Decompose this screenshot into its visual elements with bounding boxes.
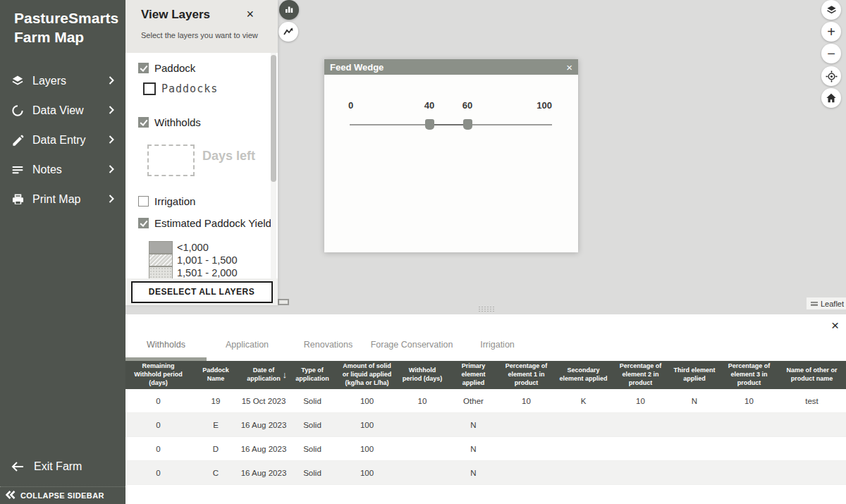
scrollbar-track[interactable] xyxy=(271,53,276,278)
close-icon[interactable]: × xyxy=(246,8,254,20)
table-cell xyxy=(668,461,721,484)
column-header-label: Percentage of element 3 in product xyxy=(725,362,773,387)
table-cell: 0 xyxy=(125,437,191,460)
column-header[interactable]: Paddock Name xyxy=(191,361,240,389)
sidebar-item-layers[interactable]: Layers xyxy=(0,66,125,96)
table-cell xyxy=(613,413,668,436)
layer-item-withholds[interactable]: Withholds xyxy=(138,116,201,128)
column-header[interactable]: Percentage of element 3 in product xyxy=(721,361,778,389)
layer-label: Paddock xyxy=(154,62,195,74)
collapse-sidebar-button[interactable]: COLLAPSE SIDEBAR xyxy=(0,486,125,504)
column-header[interactable]: Withhold period (days) xyxy=(396,361,448,389)
minus-icon: − xyxy=(827,46,835,62)
slider-max-label: 100 xyxy=(532,100,552,111)
sidebar-item-label: Print Map xyxy=(32,193,80,206)
locate-button[interactable] xyxy=(821,66,841,86)
tab-irrigation[interactable]: Irrigation xyxy=(455,333,540,356)
yield-swatch-3 xyxy=(149,266,173,278)
column-header[interactable]: Type of application xyxy=(287,361,338,389)
column-header[interactable]: Third element applied xyxy=(668,361,721,389)
trend-toggle-button[interactable] xyxy=(278,22,298,42)
table-cell: C xyxy=(191,461,240,484)
table-cell: D xyxy=(191,437,240,460)
column-header[interactable]: Date of application↓ xyxy=(240,361,287,389)
layer-label: Withholds xyxy=(154,116,201,128)
printer-icon xyxy=(10,192,25,207)
tab-forage-conservation[interactable]: Forage Conservation xyxy=(369,333,455,356)
paddock-checkbox[interactable] xyxy=(138,63,149,73)
table-cell xyxy=(778,413,846,436)
irrigation-checkbox[interactable] xyxy=(138,196,149,207)
close-icon[interactable]: × xyxy=(831,319,839,332)
column-header-label: Remaining Withhold period (days) xyxy=(130,362,187,387)
column-header-label: Percentage of element 1 in product xyxy=(503,362,550,387)
column-header[interactable]: Percentage of element 2 in product xyxy=(613,361,668,389)
table-row[interactable]: 01915 Oct 2023Solid10010Other10K10N10tes… xyxy=(125,389,846,413)
layer-item-irrigation[interactable]: Irrigation xyxy=(138,195,195,207)
zoom-in-button[interactable]: + xyxy=(821,22,841,42)
column-header[interactable]: Remaining Withhold period (days) xyxy=(125,361,191,389)
yield-range-label: <1,000 xyxy=(177,242,209,253)
layers-icon xyxy=(10,73,25,89)
home-button[interactable] xyxy=(821,88,841,108)
yield-legend-row: 1,001 - 1,500 xyxy=(149,254,237,266)
panel-drag-handle[interactable] xyxy=(478,306,495,312)
notes-icon xyxy=(10,162,25,178)
column-header-label: Type of application xyxy=(291,367,333,383)
sidebar-item-print-map[interactable]: Print Map xyxy=(0,185,125,214)
sidebar-item-data-view[interactable]: Data View xyxy=(0,96,125,125)
table-cell: 100 xyxy=(338,413,396,436)
slider-handle-upper[interactable] xyxy=(463,119,472,130)
tab-renovations[interactable]: Renovations xyxy=(288,333,369,356)
sidebar-item-label: Data Entry xyxy=(32,134,86,147)
table-cell xyxy=(498,461,554,484)
table-cell xyxy=(613,437,668,460)
paddocks-checkbox[interactable] xyxy=(143,82,156,95)
table-cell xyxy=(613,461,668,484)
table-cell: 100 xyxy=(338,437,396,460)
estimated-yield-checkbox[interactable] xyxy=(138,218,149,228)
layer-item-estimated-yield[interactable]: Estimated Paddock Yield xyxy=(138,217,271,229)
sidebar-item-label: Notes xyxy=(32,164,62,176)
slider-handle-lower[interactable] xyxy=(425,119,434,130)
column-header[interactable]: Amount of solid or liquid applied (kg/ha… xyxy=(338,361,396,389)
withholds-checkbox[interactable] xyxy=(138,117,149,128)
column-header[interactable]: Secondary element applied xyxy=(554,361,613,389)
sidebar-item-label: Data View xyxy=(32,104,84,117)
map-layers-button[interactable] xyxy=(821,0,841,20)
chevron-right-icon xyxy=(109,193,114,206)
scrollbar-thumb[interactable] xyxy=(271,55,276,182)
table-cell: Solid xyxy=(287,413,338,436)
exit-farm-label: Exit Farm xyxy=(34,460,82,473)
chart-toggle-button[interactable] xyxy=(279,0,299,20)
feed-wedge-header[interactable]: Feed Wedge × xyxy=(324,59,578,75)
tab-withholds[interactable]: Withholds xyxy=(125,333,207,356)
table-row[interactable]: 0C16 Aug 2023Solid100N xyxy=(125,461,846,485)
arrow-left-icon xyxy=(10,459,25,474)
tab-application[interactable]: Application xyxy=(207,333,288,356)
data-panel-tabs: Withholds Application Renovations Forage… xyxy=(125,333,540,356)
sidebar-item-data-entry[interactable]: Data Entry xyxy=(0,125,125,155)
table-cell: 0 xyxy=(125,413,191,436)
table-cell: N xyxy=(448,461,498,484)
column-header[interactable]: Primary element applied xyxy=(448,361,498,389)
deselect-all-layers-button[interactable]: DESELECT ALL LAYERS xyxy=(131,281,273,303)
table-row[interactable]: 0E16 Aug 2023Solid100N xyxy=(125,413,846,437)
sidebar-item-notes[interactable]: Notes xyxy=(0,155,125,185)
leaflet-icon xyxy=(811,300,819,308)
layer-item-paddock[interactable]: Paddock xyxy=(138,62,195,74)
column-header[interactable]: Percentage of element 1 in product xyxy=(498,361,554,389)
table-row[interactable]: 0D16 Aug 2023Solid100N xyxy=(125,437,846,461)
layer-item-paddocks-legend[interactable]: Paddocks xyxy=(143,82,218,95)
close-icon[interactable]: × xyxy=(566,62,572,73)
resize-handle[interactable] xyxy=(278,299,289,305)
column-header[interactable]: Name of other or product name xyxy=(778,361,846,389)
exit-farm-button[interactable]: Exit Farm xyxy=(0,453,125,481)
yield-swatch-1 xyxy=(149,241,173,254)
chevron-right-icon xyxy=(109,104,114,117)
locate-icon xyxy=(826,70,838,82)
column-header-label: Withhold period (days) xyxy=(400,367,444,383)
column-header-label: Date of application xyxy=(245,367,283,383)
feed-wedge-dialog: Feed Wedge × 0 40 60 100 xyxy=(324,59,578,252)
zoom-out-button[interactable]: − xyxy=(821,44,841,63)
